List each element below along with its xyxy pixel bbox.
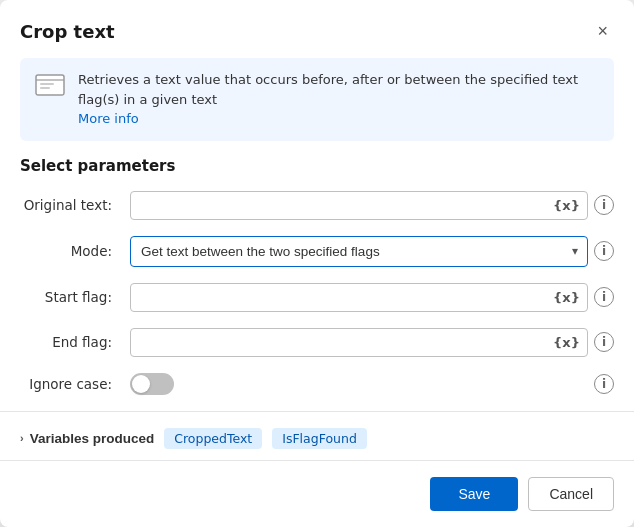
original-text-info-icon[interactable]: i <box>594 195 614 215</box>
ignore-case-row: Ignore case: i <box>20 373 614 395</box>
start-flag-input[interactable] <box>130 283 588 312</box>
mode-input-wrap: Get text before the specified flag Get t… <box>130 236 614 267</box>
start-flag-info-icon[interactable]: i <box>594 287 614 307</box>
start-flag-row: Start flag: {x} i <box>20 283 614 312</box>
start-flag-input-wrap: {x} i <box>130 283 614 312</box>
original-text-label: Original text: <box>20 197 120 213</box>
ignore-case-input-wrap: i <box>130 373 614 395</box>
end-flag-info-icon[interactable]: i <box>594 332 614 352</box>
start-flag-label: Start flag: <box>20 289 120 305</box>
divider <box>0 411 634 412</box>
ignore-case-toggle-wrap <box>130 373 174 395</box>
variable-badge-is-flag-found: IsFlagFound <box>272 428 367 449</box>
crop-text-dialog: Crop text × Retrieves a text value that … <box>0 0 634 527</box>
save-button[interactable]: Save <box>430 477 518 511</box>
mode-select[interactable]: Get text before the specified flag Get t… <box>130 236 588 267</box>
cancel-button[interactable]: Cancel <box>528 477 614 511</box>
variables-section-label: Variables produced <box>30 431 155 446</box>
mode-label: Mode: <box>20 243 120 259</box>
variables-chevron-icon: › <box>20 432 24 444</box>
dialog-header: Crop text × <box>0 0 634 54</box>
end-flag-row: End flag: {x} i <box>20 328 614 357</box>
info-banner: Retrieves a text value that occurs befor… <box>20 58 614 141</box>
info-banner-icon <box>34 71 66 99</box>
original-text-input[interactable] <box>130 191 588 220</box>
params-area: Original text: {x} i Mode: Get text befo… <box>0 191 634 411</box>
dialog-footer: Save Cancel <box>0 460 634 527</box>
variables-section: › Variables produced CroppedText IsFlagF… <box>0 428 634 449</box>
end-flag-input-container: {x} <box>130 328 588 357</box>
mode-info-icon[interactable]: i <box>594 241 614 261</box>
more-info-link[interactable]: More info <box>78 111 139 126</box>
variables-toggle-button[interactable]: › Variables produced <box>20 431 154 446</box>
original-text-input-wrap: {x} i <box>130 191 614 220</box>
close-button[interactable]: × <box>591 18 614 44</box>
dialog-title: Crop text <box>20 21 115 42</box>
svg-rect-3 <box>40 87 50 89</box>
section-title: Select parameters <box>0 157 634 191</box>
start-flag-input-container: {x} <box>130 283 588 312</box>
mode-row: Mode: Get text before the specified flag… <box>20 236 614 267</box>
ignore-case-info-icon[interactable]: i <box>594 374 614 394</box>
original-text-input-container: {x} <box>130 191 588 220</box>
original-text-row: Original text: {x} i <box>20 191 614 220</box>
end-flag-input-wrap: {x} i <box>130 328 614 357</box>
svg-rect-2 <box>40 83 54 85</box>
variable-badge-cropped-text: CroppedText <box>164 428 262 449</box>
info-banner-text: Retrieves a text value that occurs befor… <box>78 70 600 129</box>
ignore-case-toggle[interactable] <box>130 373 174 395</box>
ignore-case-label: Ignore case: <box>20 376 120 392</box>
end-flag-label: End flag: <box>20 334 120 350</box>
mode-select-wrap: Get text before the specified flag Get t… <box>130 236 588 267</box>
end-flag-input[interactable] <box>130 328 588 357</box>
